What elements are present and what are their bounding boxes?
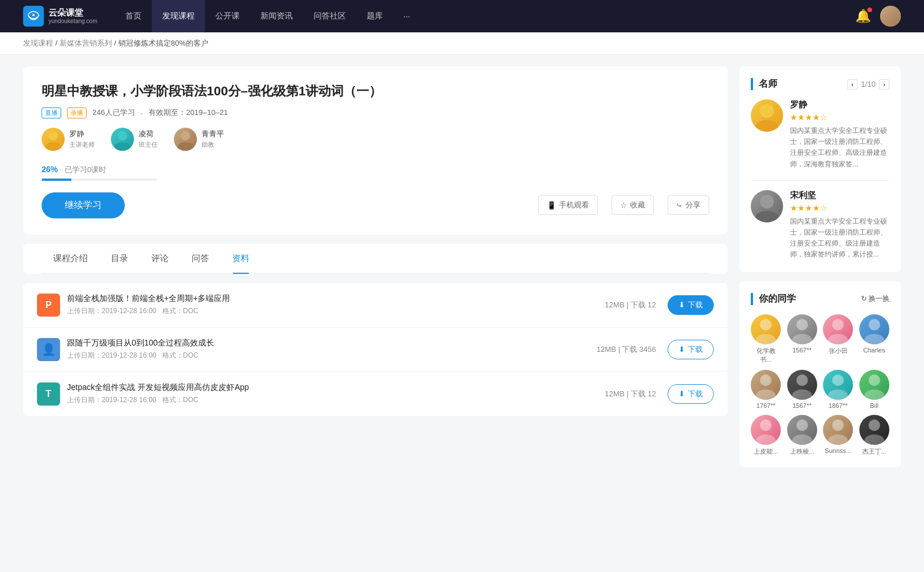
classmates-grid: 化学教书... 1567** 张小田 Charles (751, 314, 889, 456)
student-count: 246人已学习 (92, 107, 135, 118)
breadcrumb-discover[interactable]: 发现课程 (23, 39, 53, 47)
notification-dot (867, 8, 872, 12)
teacher-2-name: 凌荷 (139, 129, 158, 139)
classmate-avatar-10 (823, 415, 853, 445)
classmate-0[interactable]: 化学教书... (751, 314, 781, 364)
classmate-name-1: 1567** (787, 347, 818, 354)
classmate-name-0: 化学教书... (751, 347, 781, 364)
classmate-name-7: Bill (859, 402, 890, 409)
logo-icon (23, 6, 44, 27)
breadcrumb: 发现课程 / 新媒体营销系列 / 销冠修炼术搞定80%的客户 (0, 32, 924, 55)
teacher-next-button[interactable]: › (879, 79, 889, 90)
breadcrumb-series[interactable]: 新媒体营销系列 (59, 39, 112, 47)
svg-point-6 (181, 131, 190, 140)
download-button-3[interactable]: ⬇ 下载 (668, 384, 714, 404)
classmate-name-2: 张小田 (823, 347, 854, 355)
classmate-1[interactable]: 1567** (787, 314, 818, 364)
continue-learning-button[interactable]: 继续学习 (42, 192, 125, 218)
teacher-prev-button[interactable]: ‹ (847, 79, 858, 90)
svg-point-23 (792, 389, 812, 400)
share-icon: ⤷ (676, 201, 683, 210)
tab-resources[interactable]: 资料 (221, 244, 261, 273)
tab-catalog[interactable]: 目录 (99, 244, 140, 273)
svg-point-10 (760, 195, 774, 209)
download-icon-1: ⬇ (679, 300, 685, 309)
svg-point-5 (114, 142, 131, 151)
progress-bar-fill (42, 179, 72, 181)
tab-comments[interactable]: 评论 (140, 244, 180, 273)
logo[interactable]: 云朵课堂 yundouketang.com (23, 6, 98, 27)
resource-name-1: 前端全栈加强版！前端全栈+全周期+多端应用 (67, 294, 605, 304)
resource-info-3: Jetpack全组件实战 开发短视频应用高仿皮皮虾App 上传日期：2019-1… (67, 382, 605, 405)
resource-info-1: 前端全栈加强版！前端全栈+全周期+多端应用 上传日期：2019-12-28 16… (67, 294, 605, 316)
star-icon: ☆ (620, 201, 627, 210)
nav-item-open[interactable]: 公开课 (205, 0, 250, 32)
teacher-2-avatar (111, 128, 134, 151)
main-layout: 明星中教授课，小学阶段语法100分–强化级第1讲动词（一） 直播 录播 246人… (0, 55, 924, 488)
svg-point-12 (760, 319, 772, 330)
user-avatar[interactable] (880, 6, 901, 27)
nav-item-discover[interactable]: 发现课程 (152, 0, 205, 32)
classmate-avatar-3 (859, 314, 889, 344)
refresh-icon: ↻ (861, 295, 867, 303)
collect-button[interactable]: ☆ 收藏 (612, 195, 654, 215)
teacher-3-role: 助教 (202, 140, 224, 149)
svg-point-27 (865, 389, 884, 400)
share-button[interactable]: ⤷ 分享 (668, 195, 709, 215)
tab-intro[interactable]: 课程介绍 (42, 244, 99, 273)
svg-point-19 (865, 334, 884, 344)
svg-point-3 (45, 142, 61, 151)
classmate-11[interactable]: 杰王丁... (859, 415, 890, 456)
classmate-avatar-2 (823, 314, 853, 344)
classmate-4[interactable]: 1767** (751, 370, 781, 409)
content-area: 明星中教授课，小学阶段语法100分–强化级第1讲动词（一） 直播 录播 246人… (23, 66, 728, 477)
classmate-name-8: 上皮能... (751, 447, 781, 456)
nav-item-more[interactable]: ··· (393, 0, 421, 32)
classmate-3[interactable]: Charles (859, 314, 890, 364)
mobile-watch-button[interactable]: 📱 手机观看 (538, 195, 598, 215)
classmate-avatar-7 (859, 370, 889, 400)
notification-bell[interactable]: 🔔 (855, 9, 871, 24)
teacher-1-info: 罗静 主讲老师 (69, 129, 95, 149)
svg-point-16 (832, 319, 844, 330)
resource-meta-2: 上传日期：2019-12-28 16:00 格式：DOC (67, 351, 597, 361)
classmate-5[interactable]: 1567** (787, 370, 818, 409)
tab-qa[interactable]: 问答 (180, 244, 221, 273)
classmates-sidebar-card: 你的同学 ↻ 换一换 化学教书... 1567** (739, 281, 901, 467)
svg-point-31 (792, 434, 812, 445)
resource-meta-3: 上传日期：2019-12-28 16:00 格式：DOC (67, 395, 605, 405)
sidebar-teacher-2-avatar[interactable] (751, 190, 783, 222)
sidebar-teacher-1-avatar[interactable] (751, 99, 783, 132)
classmate-name-9: 上秩棱... (787, 447, 818, 456)
svg-point-4 (118, 131, 127, 140)
classmate-2[interactable]: 张小田 (823, 314, 854, 364)
classmate-10[interactable]: Sunnss... (823, 415, 854, 456)
nav-item-quiz[interactable]: 题库 (356, 0, 393, 32)
breadcrumb-current: 销冠修炼术搞定80%的客户 (118, 39, 208, 47)
svg-point-8 (760, 104, 774, 118)
resource-name-3: Jetpack全组件实战 开发短视频应用高仿皮皮虾App (67, 382, 605, 393)
classmate-7[interactable]: Bill (859, 370, 890, 409)
classmate-avatar-1 (787, 314, 817, 344)
classmate-avatar-4 (751, 370, 781, 400)
svg-point-24 (832, 374, 844, 386)
nav-item-qa[interactable]: 问答社区 (303, 0, 356, 32)
nav-items: 首页 发现课程 公开课 新闻资讯 问答社区 题库 ··· (115, 0, 855, 32)
sidebar-teacher-1-info: 罗静 ★★★★☆ 国内某重点大学安全工程专业硕士，国家一级注册消防工程师、注册安… (790, 99, 889, 170)
classmate-9[interactable]: 上秩棱... (787, 415, 818, 456)
nav-item-home[interactable]: 首页 (115, 0, 152, 32)
classmate-6[interactable]: 1867** (823, 370, 854, 409)
refresh-classmates-button[interactable]: ↻ 换一换 (861, 294, 889, 304)
classmate-name-11: 杰王丁... (859, 447, 890, 456)
resource-stats-3: 12MB | 下载 12 (605, 389, 656, 399)
download-button-1[interactable]: ⬇ 下载 (668, 295, 714, 315)
valid-until: · (141, 109, 143, 117)
sidebar-teacher-2: 宋利坚 ★★★★☆ 国内某重点大学安全工程专业硕士，国家一级注册消防工程师、注册… (751, 190, 889, 261)
sidebar-teacher-1: 罗静 ★★★★☆ 国内某重点大学安全工程专业硕士，国家一级注册消防工程师、注册安… (751, 99, 889, 170)
nav-item-news[interactable]: 新闻资讯 (250, 0, 303, 32)
classmate-8[interactable]: 上皮能... (751, 415, 781, 456)
svg-point-30 (796, 419, 808, 431)
resource-stats-2: 12MB | 下载 3456 (597, 344, 656, 355)
svg-point-14 (796, 319, 808, 330)
download-button-2[interactable]: ⬇ 下载 (668, 340, 714, 359)
